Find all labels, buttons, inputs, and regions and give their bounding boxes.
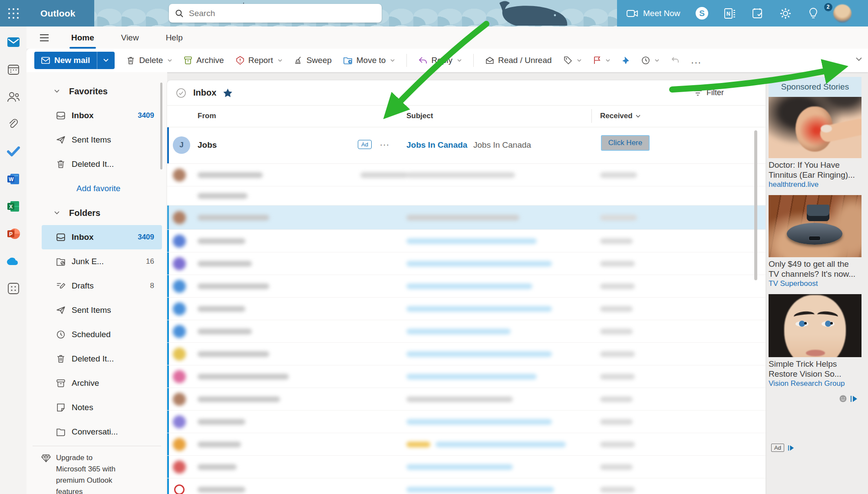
adchoices-icon[interactable] <box>850 395 858 402</box>
meet-now-button[interactable]: Meet Now <box>627 9 680 18</box>
pin-button[interactable] <box>622 56 630 65</box>
blurred-message-row[interactable] <box>167 343 766 365</box>
blurred-message-row[interactable] <box>167 230 766 252</box>
folder-sent-items[interactable]: Sent Items <box>42 298 162 322</box>
undo-button[interactable] <box>671 56 680 64</box>
reply-button[interactable]: Reply <box>419 56 462 65</box>
ad-title[interactable]: Only $49 to get all the TV channels? It'… <box>769 259 861 279</box>
folder-notes[interactable]: Notes <box>42 395 162 420</box>
rail-attachments-button[interactable] <box>5 116 22 133</box>
folder-conversation-history[interactable]: Conversati... <box>42 420 162 444</box>
ad-source-link[interactable]: Vision Research Group <box>769 379 861 388</box>
ad-more-button[interactable]: ... <box>380 138 390 148</box>
ad-cta-button[interactable]: Click Here <box>601 135 650 151</box>
blurred-message-row[interactable] <box>167 456 766 478</box>
blurred-message-row[interactable] <box>167 478 766 494</box>
folders-section-header[interactable]: Folders <box>26 201 167 225</box>
blurred-message-row[interactable] <box>167 206 766 230</box>
folder-junk-email[interactable]: Junk E... 16 <box>42 249 162 274</box>
ad-title[interactable]: Doctor: If You Have Tinnitus (Ear Ringin… <box>769 160 861 180</box>
rail-people-button[interactable] <box>5 88 22 106</box>
favorite-inbox[interactable]: Inbox 3409 <box>42 103 162 128</box>
tab-view[interactable]: View <box>120 31 140 44</box>
rail-word-button[interactable]: W <box>5 170 22 188</box>
ad-feedback-icon[interactable] <box>839 395 847 402</box>
ad-image-tv-device[interactable] <box>769 195 861 257</box>
ad-image-face[interactable] <box>769 294 861 357</box>
blurred-message-row[interactable] <box>167 252 766 275</box>
folder-deleted-items[interactable]: Deleted It... <box>42 347 162 371</box>
folder-label: Inbox <box>72 232 94 242</box>
message-list-scrollbar[interactable] <box>754 130 757 280</box>
snooze-button[interactable] <box>641 56 659 65</box>
ad-label-box[interactable]: Ad <box>771 444 795 452</box>
blurred-message-row[interactable] <box>167 164 766 186</box>
app-launcher-button[interactable] <box>0 0 26 27</box>
favorite-deleted-items[interactable]: Deleted It... <box>42 152 162 176</box>
ad-subject-link[interactable]: Jobs In Canada <box>406 140 467 150</box>
todo-tasks-button[interactable] <box>744 7 772 20</box>
ad-source-link[interactable]: healthtrend.live <box>769 180 861 189</box>
upgrade-promo[interactable]: Upgrade to Microsoft 365 with premium Ou… <box>41 452 167 494</box>
delete-button[interactable]: Delete <box>126 56 172 65</box>
column-received[interactable]: Received <box>600 112 640 120</box>
tab-help[interactable]: Help <box>165 31 184 44</box>
column-from[interactable]: From <box>198 112 216 120</box>
folder-drafts[interactable]: Drafts 8 <box>42 274 162 298</box>
folder-archive[interactable]: Archive <box>42 371 162 395</box>
toolbar-more-button[interactable]: ... <box>691 55 702 66</box>
favorite-sent-items[interactable]: Sent Items <box>42 128 162 152</box>
settings-button[interactable] <box>772 7 799 20</box>
rail-excel-button[interactable]: X <box>5 198 22 215</box>
report-button[interactable]: Report <box>236 56 282 65</box>
favorites-section-header[interactable]: Favorites <box>26 79 167 103</box>
folder-scheduled[interactable]: Scheduled <box>42 322 162 347</box>
blurred-message-row[interactable] <box>167 388 766 411</box>
add-favorite-link[interactable]: Add favorite <box>26 176 167 201</box>
onenote-button[interactable]: N <box>716 7 744 20</box>
folder-label: Scheduled <box>72 330 111 339</box>
ad-image-tinnitus[interactable] <box>769 97 861 158</box>
folder-pane-scrollbar[interactable] <box>160 83 162 169</box>
move-to-label: Move to <box>356 56 386 65</box>
blurred-message-row[interactable] <box>167 186 766 206</box>
collapse-ribbon-button[interactable] <box>856 57 862 61</box>
blurred-message-row[interactable] <box>167 275 766 298</box>
ad-title[interactable]: Simple Trick Helps Restore Vision So... <box>769 359 861 379</box>
search-box[interactable] <box>169 4 382 23</box>
favorite-star-icon[interactable] <box>223 89 232 97</box>
column-subject[interactable]: Subject <box>406 112 433 120</box>
folder-inbox[interactable]: Inbox 3409 <box>42 225 162 249</box>
rail-apps-button[interactable] <box>5 280 22 297</box>
rail-mail-button[interactable] <box>5 33 22 51</box>
sponsored-ad-row[interactable]: J Jobs Ad ... Jobs In Canada Jobs In Can… <box>167 127 766 164</box>
read-unread-button[interactable]: Read / Unread <box>485 56 552 65</box>
categorize-button[interactable] <box>564 56 581 65</box>
blurred-message-row[interactable] <box>167 433 766 456</box>
rail-calendar-button[interactable] <box>5 61 22 78</box>
ad-source-link[interactable]: TV Superboost <box>769 279 861 288</box>
flag-button[interactable] <box>593 56 610 65</box>
rail-onedrive-button[interactable] <box>5 252 22 270</box>
sweep-button[interactable]: Sweep <box>294 56 332 65</box>
skype-button[interactable]: S <box>688 7 716 20</box>
select-all-checkbox[interactable] <box>176 88 186 98</box>
tips-button[interactable]: 2 <box>799 7 827 20</box>
rail-powerpoint-button[interactable]: P <box>5 225 22 242</box>
unread-count: 8 <box>150 282 154 290</box>
rail-todo-button[interactable] <box>5 143 22 160</box>
new-mail-dropdown[interactable] <box>97 52 115 69</box>
move-to-button[interactable]: Move to <box>343 56 395 65</box>
tab-home[interactable]: Home <box>70 31 95 44</box>
blurred-message-row[interactable] <box>167 320 766 343</box>
hamburger-menu-button[interactable] <box>39 33 50 42</box>
filter-button[interactable]: Filter <box>693 80 724 105</box>
new-mail-button[interactable]: New mail <box>34 52 115 69</box>
blurred-message-row[interactable] <box>167 298 766 320</box>
blurred-message-row[interactable] <box>167 411 766 433</box>
account-avatar[interactable] <box>833 4 851 23</box>
archive-button[interactable]: Archive <box>184 56 224 65</box>
hamburger-icon <box>39 33 50 42</box>
search-input[interactable] <box>188 8 376 19</box>
blurred-message-row[interactable] <box>167 365 766 388</box>
